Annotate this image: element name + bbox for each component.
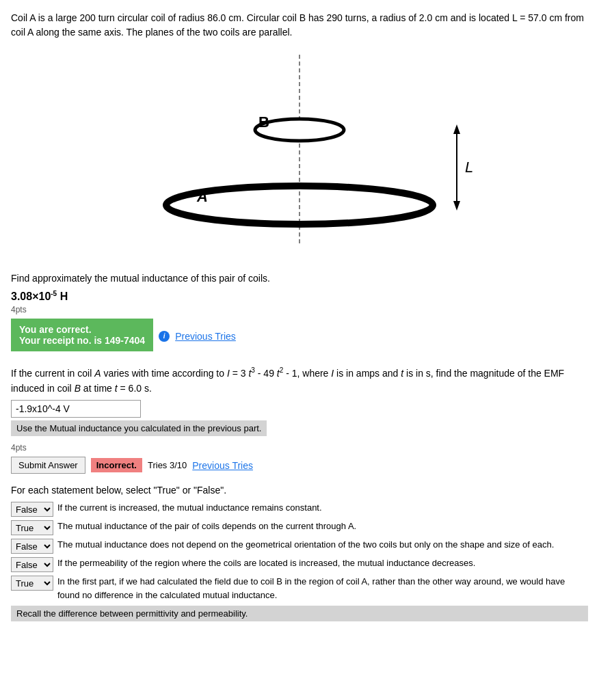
receipt-label: Your receipt no. is 149-7404: [19, 335, 145, 346]
problem-intro: Coil A is a large 200 turn circular coil…: [11, 11, 588, 40]
hint2-box: Use the Mutual inductance you calculated…: [11, 420, 588, 443]
statements-intro: For each statement below, select "True" …: [11, 485, 588, 496]
previous-tries-link2[interactable]: Previous Tries: [192, 460, 253, 471]
statement-select-0[interactable]: TrueFalse: [11, 502, 53, 517]
statement-text-1: The mutual inductance of the pair of coi…: [57, 520, 588, 533]
recall-hint: Recall the difference between permittivi…: [11, 606, 588, 621]
svg-marker-6: [453, 124, 460, 134]
svg-text:L: L: [465, 159, 473, 176]
statements-section: For each statement below, select "True" …: [11, 485, 588, 621]
statement-select-4[interactable]: TrueFalse: [11, 576, 53, 591]
statement-row-4: TrueFalseIn the first part, if we had ca…: [11, 575, 588, 602]
info-icon[interactable]: i: [159, 331, 170, 342]
intro-text: Coil A is a large 200 turn circular coil…: [11, 12, 584, 38]
correct-box: You are correct. Your receipt no. is 149…: [11, 319, 153, 351]
pts1-label: 4pts: [11, 305, 588, 314]
answer2-row: [11, 400, 588, 418]
find-text: Find approximately the mutual inductance…: [11, 271, 588, 286]
diagram: A B L: [11, 48, 588, 260]
svg-text:B: B: [258, 113, 269, 131]
statement-row-0: TrueFalseIf the current is increased, th…: [11, 501, 588, 517]
tries-text: Tries 3/10: [148, 460, 187, 470]
previous-tries-link1[interactable]: Previous Tries: [175, 331, 236, 342]
incorrect-badge: Incorrect.: [91, 458, 142, 472]
submit-row: Submit Answer Incorrect. Tries 3/10 Prev…: [11, 457, 588, 474]
question1-section: Find approximately the mutual inductance…: [11, 271, 588, 354]
answer2-input[interactable]: [11, 400, 141, 418]
pts2-text: 4pts: [11, 443, 27, 453]
submit-button[interactable]: Submit Answer: [11, 457, 85, 474]
statement-row-3: TrueFalseIf the permeability of the regi…: [11, 556, 588, 572]
statement-text-2: The mutual inductance does not depend on…: [57, 538, 588, 552]
correct-row: You are correct. Your receipt no. is 149…: [11, 319, 588, 354]
question2-text: If the current in coil A varies with tim…: [11, 365, 588, 396]
statements-container: TrueFalseIf the current is increased, th…: [11, 501, 588, 602]
svg-text:A: A: [196, 188, 208, 205]
statement-row-2: TrueFalseThe mutual inductance does not …: [11, 538, 588, 554]
statement-select-3[interactable]: TrueFalse: [11, 557, 53, 572]
svg-marker-7: [453, 201, 460, 211]
coil-diagram: A B L: [108, 48, 491, 253]
statement-select-2[interactable]: TrueFalse: [11, 539, 53, 554]
answer1-display: 3.08×10-5 H: [11, 290, 588, 303]
statement-text-4: In the first part, if we had calculated …: [57, 575, 588, 602]
statement-select-1[interactable]: TrueFalse: [11, 520, 53, 535]
statement-text-3: If the permeability of the region where …: [57, 556, 588, 570]
pts2-label: 4pts: [11, 443, 588, 453]
statement-row-1: TrueFalseThe mutual inductance of the pa…: [11, 520, 588, 535]
statement-text-0: If the current is increased, the mutual …: [57, 501, 588, 515]
question2-section: If the current in coil A varies with tim…: [11, 365, 588, 474]
hint2-text: Use the Mutual inductance you calculated…: [11, 420, 267, 436]
correct-label: You are correct.: [19, 324, 145, 335]
